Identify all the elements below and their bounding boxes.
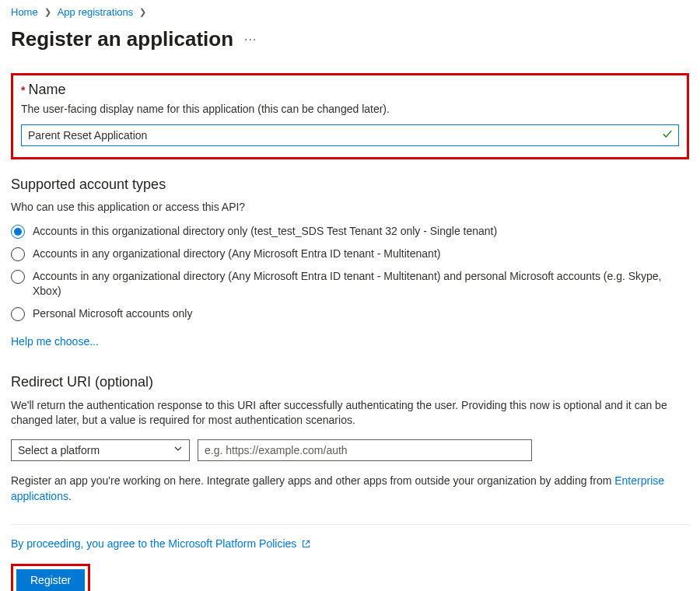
redirect-uri-heading: Redirect URI (optional) (11, 374, 689, 390)
application-name-input[interactable] (21, 124, 679, 146)
platform-select[interactable]: Select a platform (11, 439, 190, 461)
account-types-section: Supported account types Who can use this… (11, 177, 689, 348)
name-field-label: Name (28, 82, 65, 98)
chevron-down-icon (173, 444, 183, 456)
radio-single-tenant[interactable]: Accounts in this organizational director… (11, 224, 689, 239)
radio-icon (11, 225, 25, 239)
name-section-highlight: * Name The user-facing display name for … (11, 73, 689, 159)
radio-personal-only[interactable]: Personal Microsoft accounts only (11, 306, 689, 321)
redirect-uri-input[interactable] (198, 439, 532, 461)
account-types-heading: Supported account types (11, 177, 689, 193)
radio-label: Accounts in this organizational director… (33, 224, 497, 239)
breadcrumb-app-registrations[interactable]: App registrations (58, 6, 134, 18)
required-asterisk-icon: * (21, 84, 25, 96)
platform-policies-link[interactable]: By proceeding, you agree to the Microsof… (11, 537, 296, 550)
radio-label: Accounts in any organizational directory… (33, 269, 689, 299)
enterprise-apps-note: Register an app you're working on here. … (11, 474, 689, 504)
register-button[interactable]: Register (16, 569, 85, 591)
account-types-sub: Who can use this application or access t… (11, 201, 689, 213)
divider (11, 524, 689, 525)
chevron-right-icon: ❯ (139, 7, 146, 17)
radio-icon (11, 247, 25, 261)
page-title: Register an application (11, 27, 233, 51)
redirect-uri-desc: We'll return the authentication response… (11, 398, 689, 428)
breadcrumb-home[interactable]: Home (11, 6, 38, 18)
radio-multitenant-personal[interactable]: Accounts in any organizational directory… (11, 269, 689, 299)
radio-label: Personal Microsoft accounts only (33, 306, 192, 321)
breadcrumb: Home ❯ App registrations ❯ (11, 6, 689, 18)
help-me-choose-link[interactable]: Help me choose... (11, 335, 99, 348)
name-field-help: The user-facing display name for this ap… (21, 103, 679, 115)
redirect-uri-section: Redirect URI (optional) We'll return the… (11, 374, 689, 504)
register-button-highlight: Register (11, 564, 90, 591)
radio-icon (11, 270, 25, 284)
radio-multitenant[interactable]: Accounts in any organizational directory… (11, 247, 689, 261)
checkmark-icon (662, 129, 673, 142)
radio-label: Accounts in any organizational directory… (33, 247, 440, 261)
external-link-icon (301, 539, 311, 549)
more-actions-button[interactable]: ··· (244, 33, 257, 47)
chevron-right-icon: ❯ (44, 7, 51, 17)
platform-select-value: Select a platform (18, 444, 100, 456)
radio-icon (11, 307, 25, 321)
